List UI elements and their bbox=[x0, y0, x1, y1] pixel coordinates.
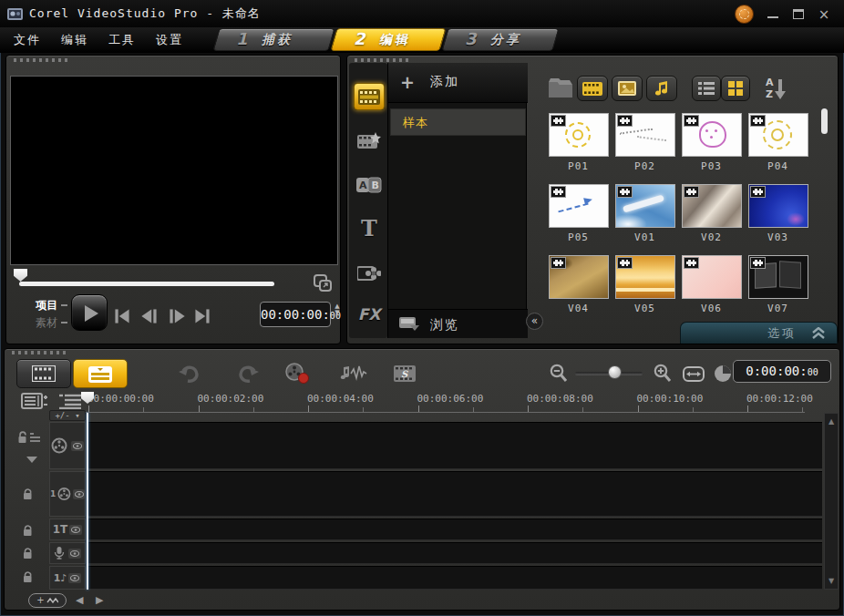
scroll-down-icon[interactable]: ▼ bbox=[825, 577, 838, 585]
play-button[interactable] bbox=[71, 294, 108, 331]
enlarge-preview-icon[interactable] bbox=[313, 274, 333, 293]
instant-project-icon[interactable] bbox=[355, 129, 383, 153]
gallery-item-V04[interactable]: V04 bbox=[545, 254, 612, 325]
gallery-item-V05[interactable]: V05 bbox=[612, 254, 678, 325]
folder-icon[interactable] bbox=[548, 77, 573, 98]
voice-track-lane[interactable] bbox=[87, 542, 822, 564]
show-all-tracks-icon[interactable] bbox=[57, 393, 81, 409]
overlay-track-lane[interactable] bbox=[87, 471, 822, 517]
collapse-rail-icon[interactable] bbox=[26, 457, 37, 463]
gallery-item-V03[interactable]: V03 bbox=[745, 183, 811, 254]
voice-track-header[interactable] bbox=[49, 542, 86, 564]
next-frame-icon[interactable] bbox=[165, 307, 189, 325]
timeline-vertical-scrollbar[interactable]: ▲ ▼ bbox=[824, 413, 839, 590]
zoom-in-icon[interactable] bbox=[650, 363, 675, 385]
scroll-right-icon[interactable]: ▶ bbox=[96, 594, 103, 606]
gallery-scrollbar[interactable] bbox=[821, 108, 828, 134]
lock-all-tracks-icon[interactable] bbox=[17, 431, 41, 445]
overlay-track-header[interactable]: 1 bbox=[49, 471, 86, 517]
minimize-icon[interactable] bbox=[762, 7, 784, 22]
track-visibility-icon[interactable] bbox=[68, 549, 81, 559]
thumbnail-view-icon[interactable] bbox=[721, 76, 750, 101]
close-icon[interactable]: × bbox=[813, 7, 835, 22]
list-view-icon[interactable] bbox=[692, 76, 721, 101]
gallery-item-P01[interactable]: P01 bbox=[545, 112, 612, 183]
track-visibility-icon[interactable] bbox=[73, 489, 85, 499]
prev-frame-icon[interactable] bbox=[138, 307, 161, 325]
title-track-lane[interactable] bbox=[87, 518, 822, 540]
video-track-header[interactable] bbox=[49, 422, 86, 469]
timeline-ruler[interactable]: 00:00:00:0000:00:02:0000:00:04:0000:00:0… bbox=[85, 391, 805, 413]
menu-item[interactable]: 工具 bbox=[108, 27, 136, 52]
add-remove-track-button[interactable]: +/- ▾ bbox=[49, 410, 86, 421]
step-tab-3[interactable]: 3分享 bbox=[445, 28, 556, 51]
timeline-timecode[interactable]: 0:00:00:00 bbox=[733, 360, 831, 383]
redo-icon[interactable] bbox=[236, 363, 262, 385]
overlay-track-lock-icon[interactable] bbox=[23, 488, 33, 500]
music-track-header[interactable]: 1♪ bbox=[49, 566, 86, 590]
collapse-panel-button[interactable]: « bbox=[526, 313, 543, 330]
menu-item[interactable]: 文件 bbox=[14, 27, 41, 52]
corel-badge-icon[interactable] bbox=[735, 5, 754, 24]
record-capture-icon[interactable] bbox=[282, 363, 313, 385]
transition-icon[interactable]: AB bbox=[355, 173, 383, 197]
title-icon[interactable]: T bbox=[355, 216, 383, 240]
options-button[interactable]: 选项 bbox=[680, 322, 838, 344]
timecode-spinner[interactable]: ▲▼ bbox=[333, 303, 342, 316]
voice-track-lock-icon[interactable] bbox=[23, 547, 33, 560]
clip-mode-label[interactable]: 素材 bbox=[36, 315, 57, 331]
title-track-header[interactable]: 1T bbox=[49, 518, 86, 540]
ruler-label: 00:00:00:00 bbox=[87, 393, 154, 405]
duration-icon[interactable] bbox=[710, 363, 736, 385]
menu-item[interactable]: 设置 bbox=[156, 27, 183, 52]
gallery-item-P03[interactable]: P03 bbox=[678, 112, 745, 183]
photo-filter-icon[interactable] bbox=[612, 76, 643, 101]
scrub-bar[interactable] bbox=[19, 282, 274, 286]
music-track-lane[interactable] bbox=[87, 566, 822, 590]
maximize-icon[interactable] bbox=[787, 7, 809, 22]
filter-fx-icon[interactable]: FX bbox=[355, 303, 383, 326]
fit-project-icon[interactable] bbox=[681, 363, 706, 385]
gallery-item-P05[interactable]: P05 bbox=[545, 183, 612, 254]
ripple-edit-button[interactable]: + bbox=[28, 593, 67, 608]
zoom-out-icon[interactable] bbox=[546, 363, 571, 385]
video-track-lane[interactable] bbox=[87, 422, 822, 469]
gallery-item-P02[interactable]: P02 bbox=[612, 112, 678, 183]
timeline-view-icon[interactable] bbox=[73, 359, 128, 388]
step-tab-2[interactable]: 2编辑 bbox=[334, 28, 443, 51]
browse-button[interactable]: 浏览 bbox=[388, 309, 528, 338]
step-tab-1[interactable]: 1捕获 bbox=[216, 28, 332, 51]
undo-icon[interactable] bbox=[176, 363, 201, 385]
end-icon[interactable] bbox=[190, 307, 214, 325]
track-visibility-icon[interactable] bbox=[71, 441, 84, 451]
media-icon[interactable] bbox=[354, 83, 385, 110]
track-visibility-icon[interactable] bbox=[68, 573, 81, 583]
gallery-item-V01[interactable]: V01 bbox=[612, 183, 678, 254]
gallery-item-V07[interactable]: V07 bbox=[745, 254, 811, 325]
sort-az-icon[interactable]: AZ bbox=[765, 76, 788, 101]
project-mode-label[interactable]: 项目 bbox=[36, 298, 57, 313]
graphic-icon[interactable] bbox=[355, 262, 383, 285]
preview-timecode[interactable]: 00:00:00:00 bbox=[260, 302, 331, 327]
scroll-up-icon[interactable]: ▲ bbox=[825, 417, 838, 426]
track-manager-icon[interactable] bbox=[21, 393, 48, 409]
audio-filter-icon[interactable] bbox=[646, 76, 677, 101]
storyboard-view-icon[interactable] bbox=[16, 359, 71, 388]
zoom-slider-thumb[interactable] bbox=[608, 365, 622, 379]
add-button[interactable]: + 添加 bbox=[388, 63, 528, 103]
category-item-sample[interactable]: 样本 bbox=[390, 108, 526, 136]
gallery-item-V02[interactable]: V02 bbox=[678, 183, 745, 254]
gallery-item-P04[interactable]: P04 bbox=[745, 112, 811, 183]
scroll-left-icon[interactable]: ◀ bbox=[76, 594, 83, 606]
gallery-item-V06[interactable]: V06 bbox=[678, 254, 745, 325]
music-track-lock-icon[interactable] bbox=[23, 570, 33, 583]
video-filter-icon[interactable] bbox=[577, 76, 608, 101]
menu-item[interactable]: 编辑 bbox=[61, 27, 88, 52]
scrub-handle[interactable] bbox=[14, 269, 27, 282]
ruler-tick bbox=[418, 406, 419, 412]
title-track-lock-icon[interactable] bbox=[23, 524, 33, 537]
home-icon[interactable] bbox=[110, 307, 134, 325]
auto-music-icon[interactable]: S bbox=[391, 363, 420, 385]
sound-mixer-icon[interactable] bbox=[339, 363, 368, 385]
track-visibility-icon[interactable] bbox=[69, 525, 82, 535]
